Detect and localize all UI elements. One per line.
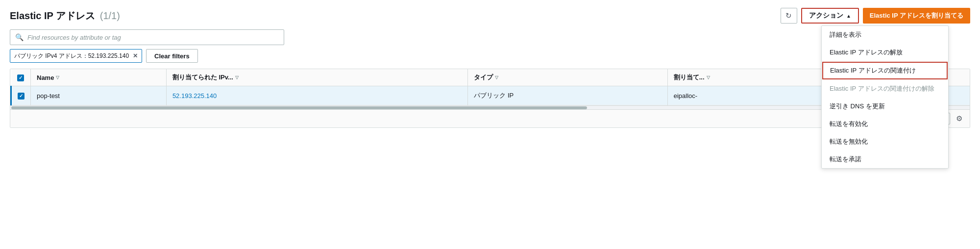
row-ipv4: 52.193.225.140	[166, 86, 467, 105]
row-name: pop-test	[31, 86, 167, 105]
page-title-count: (1/1)	[100, 10, 120, 21]
dropdown-item-disassociate: Elastic IP アドレスの関連付けの解除	[822, 80, 948, 98]
search-input-placeholder: Find resources by attribute or tag	[27, 34, 121, 41]
page-container: Elastic IP アドレス (1/1) ↻ アクション ▲ Elastic …	[0, 0, 980, 249]
actions-button[interactable]: アクション ▲	[801, 8, 859, 24]
refresh-button[interactable]: ↻	[781, 8, 797, 24]
row-ipv4-link[interactable]: 52.193.225.140	[172, 92, 217, 100]
header-row: Elastic IP アドレス (1/1) ↻ アクション ▲ Elastic …	[10, 8, 970, 24]
dropdown-item-associate[interactable]: Elastic IP アドレスの関連付け	[822, 62, 948, 79]
header-checkbox[interactable]: ✓	[17, 75, 24, 81]
col-sort-name[interactable]: Name ▽	[37, 74, 160, 81]
dropdown-item-enable-transfer[interactable]: 転送を有効化	[822, 115, 948, 133]
filter-close-icon[interactable]: ✕	[133, 52, 138, 59]
col-allocation-sort-icon: ▽	[707, 75, 710, 80]
filter-tag: パブリック IPv4 アドレス：52.193.225.140 ✕	[10, 49, 142, 63]
col-type-sort-icon: ▽	[495, 75, 498, 80]
col-sort-ipv4[interactable]: 割り当てられた IPv... ▽	[172, 73, 462, 82]
page-title: Elastic IP アドレス	[10, 10, 95, 21]
clear-filters-button[interactable]: Clear filters	[146, 49, 198, 63]
row-checkbox-check: ✓	[19, 93, 23, 99]
col-header-ipv4: 割り当てられた IPv... ▽	[166, 69, 467, 86]
row-type: パブリック IP	[468, 86, 667, 105]
col-header-type: タイプ ▽	[468, 69, 667, 86]
col-sort-type[interactable]: タイプ ▽	[474, 73, 661, 82]
allocate-button[interactable]: Elastic IP アドレスを割り当てる	[863, 8, 970, 24]
table-settings-button[interactable]: ⚙	[953, 113, 965, 124]
dropdown-item-accept-transfer[interactable]: 転送を承諾	[822, 150, 948, 168]
search-box[interactable]: 🔍 Find resources by attribute or tag	[10, 29, 284, 45]
col-allocation-label: 割り当て...	[674, 73, 705, 82]
scrollbar-thumb[interactable]	[11, 106, 587, 109]
page-title-area: Elastic IP アドレス (1/1)	[10, 9, 120, 23]
search-icon: 🔍	[15, 33, 24, 41]
dropdown-item-view-detail[interactable]: 詳細を表示	[822, 26, 948, 44]
col-header-name: Name ▽	[31, 69, 167, 86]
col-name-label: Name	[37, 74, 54, 81]
header-checkbox-check: ✓	[19, 75, 23, 80]
actions-triangle-icon: ▲	[846, 13, 851, 19]
col-ipv4-sort-icon: ▽	[235, 75, 239, 80]
col-ipv4-label: 割り当てられた IPv...	[172, 73, 233, 82]
dropdown-item-update-dns[interactable]: 逆引き DNS を更新	[822, 98, 948, 115]
col-name-sort-icon: ▽	[56, 75, 59, 80]
dropdown-item-release[interactable]: Elastic IP アドレスの解放	[822, 44, 948, 61]
actions-dropdown-menu: 詳細を表示 Elastic IP アドレスの解放 Elastic IP アドレス…	[821, 25, 949, 169]
header-checkbox-cell: ✓	[11, 69, 31, 86]
filter-tag-label: パブリック IPv4 アドレス：52.193.225.140	[14, 52, 129, 60]
row-checkbox-cell: ✓	[11, 86, 31, 105]
dropdown-item-disable-transfer[interactable]: 転送を無効化	[822, 133, 948, 150]
actions-label: アクション	[809, 11, 843, 20]
col-type-label: タイプ	[474, 73, 493, 82]
row-checkbox[interactable]: ✓	[18, 93, 24, 100]
header-actions: ↻ アクション ▲ Elastic IP アドレスを割り当てる 詳細を表示 El…	[781, 8, 970, 24]
